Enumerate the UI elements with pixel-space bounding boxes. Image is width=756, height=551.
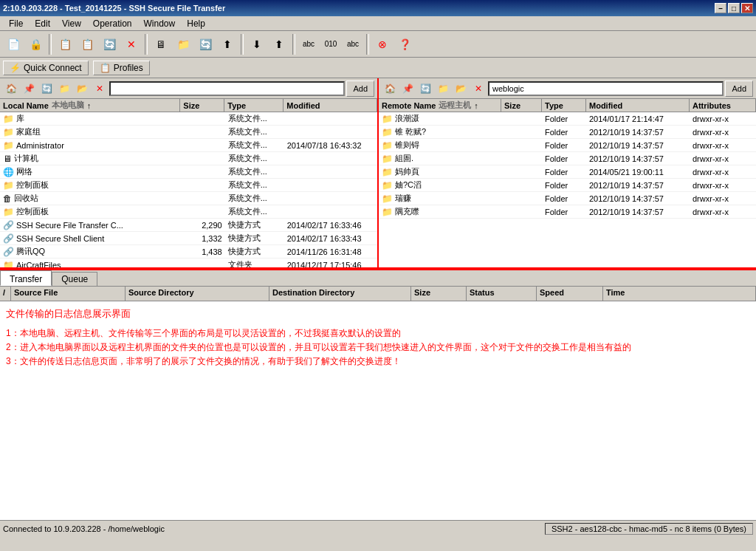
local-col-name[interactable]: Local Name 本地电脑 ↑ bbox=[0, 99, 180, 112]
tb-question[interactable]: ❓ bbox=[394, 34, 415, 55]
local-file-row[interactable]: 📁 库 系统文件... bbox=[0, 112, 377, 126]
remote-col-type[interactable]: Type bbox=[542, 99, 586, 112]
local-refresh-btn[interactable]: 🔄 bbox=[38, 81, 55, 97]
remote-file-row[interactable]: 📁 妯?C滔 Folder 2012/10/19 14:37:57 drwxr-… bbox=[379, 179, 756, 192]
profiles-button[interactable]: 📋 Profiles bbox=[93, 61, 150, 75]
file-name: 腾讯QQ bbox=[16, 246, 45, 257]
transfer-col-source-file[interactable]: Source File bbox=[11, 287, 126, 301]
remote-delete-btn[interactable]: ✕ bbox=[470, 81, 487, 97]
local-file-row[interactable]: 🖥 计算机 系统文件... bbox=[0, 152, 377, 165]
local-file-row[interactable]: 📁 家庭组 系统文件... bbox=[0, 126, 377, 139]
menu-operation[interactable]: Operation bbox=[87, 17, 138, 30]
file-icon: 🔗 bbox=[3, 220, 14, 230]
file-name: 妯?C滔 bbox=[395, 179, 422, 191]
local-home-btn[interactable]: 🏠 bbox=[3, 81, 19, 97]
tb-up[interactable]: ⬆ bbox=[217, 34, 238, 55]
file-type: 系统文件... bbox=[225, 179, 284, 191]
local-file-row[interactable]: 📁 控制面板 系统文件... bbox=[0, 179, 377, 192]
transfer-col-speed[interactable]: Speed bbox=[537, 287, 603, 301]
tb-folder[interactable]: 📁 bbox=[173, 34, 193, 55]
tb-abc3[interactable]: abc bbox=[343, 34, 363, 55]
local-col-type[interactable]: Type bbox=[224, 99, 284, 112]
file-name: Administrator bbox=[16, 141, 64, 150]
remote-file-row[interactable]: 📁 瑞赚 Folder 2012/10/19 14:37:57 drwxr-xr… bbox=[379, 192, 756, 205]
local-bookmark-btn[interactable]: 📌 bbox=[21, 81, 37, 97]
local-file-row[interactable]: 📁 Administrator 系统文件... 2014/07/18 16:43… bbox=[0, 139, 377, 152]
tb-new[interactable]: 📄 bbox=[3, 34, 24, 55]
local-add-button[interactable]: Add bbox=[346, 81, 374, 97]
menu-edit[interactable]: Edit bbox=[29, 17, 56, 30]
file-name: 锥 乾赋? bbox=[395, 126, 426, 137]
transfer-col-source-dir[interactable]: Source Directory bbox=[126, 287, 269, 301]
file-type: 文件夹 bbox=[225, 259, 284, 267]
file-icon: 📁 bbox=[3, 260, 14, 268]
tb-cancel[interactable]: ✕ bbox=[121, 34, 142, 55]
transfer-col-dest-dir[interactable]: Destination Directory bbox=[269, 287, 411, 301]
local-col-size[interactable]: Size bbox=[180, 99, 224, 112]
tb-sync[interactable]: 🔄 bbox=[195, 34, 216, 55]
menu-bar: File Edit View Operation Window Help bbox=[0, 16, 756, 31]
local-file-row[interactable]: 🔗 SSH Secure Shell Client 1,332 快捷方式 201… bbox=[0, 232, 377, 245]
remote-new-folder-btn[interactable]: 📂 bbox=[453, 81, 469, 97]
tb-copy1[interactable]: 📋 bbox=[55, 34, 75, 55]
remote-bookmark-btn[interactable]: 📌 bbox=[399, 81, 416, 97]
profiles-icon: 📋 bbox=[100, 63, 111, 73]
close-button[interactable]: ✕ bbox=[741, 3, 753, 13]
file-icon: 📁 bbox=[382, 167, 393, 177]
local-address-input[interactable] bbox=[109, 81, 345, 96]
remote-add-button[interactable]: Add bbox=[725, 81, 753, 97]
local-new-folder-btn[interactable]: 📂 bbox=[74, 81, 90, 97]
remote-col-attr[interactable]: Attributes bbox=[690, 99, 756, 112]
queue-tab[interactable]: Queue bbox=[52, 272, 97, 286]
local-folder-up-btn[interactable]: 📁 bbox=[56, 81, 72, 97]
remote-col-modified[interactable]: Modified bbox=[586, 99, 690, 112]
tb-abc2[interactable]: 010 bbox=[320, 34, 341, 55]
menu-view[interactable]: View bbox=[56, 17, 87, 30]
tb-down2[interactable]: ⬇ bbox=[247, 34, 267, 55]
remote-file-row[interactable]: 📁 組圄. Folder 2012/10/19 14:37:57 drwxr-x… bbox=[379, 152, 756, 165]
remote-home-btn[interactable]: 🏠 bbox=[382, 81, 398, 97]
menu-window[interactable]: Window bbox=[138, 17, 182, 30]
menu-file[interactable]: File bbox=[3, 17, 29, 30]
transfer-tab[interactable]: Transfer bbox=[0, 270, 52, 286]
remote-file-row[interactable]: 📁 浪潮滠 Folder 2014/01/17 21:14:47 drwxr-x… bbox=[379, 112, 756, 126]
tb-lock[interactable]: 🔒 bbox=[25, 34, 46, 55]
minimize-button[interactable]: – bbox=[715, 3, 726, 13]
maximize-button[interactable]: □ bbox=[728, 3, 740, 13]
remote-col-size[interactable]: Size bbox=[501, 99, 542, 112]
file-modified: 2012/10/19 14:37:57 bbox=[586, 208, 690, 216]
local-col-modified[interactable]: Modified bbox=[284, 99, 377, 112]
remote-file-row[interactable]: 📁 隅充噤 Folder 2012/10/19 14:37:57 drwxr-x… bbox=[379, 205, 756, 219]
transfer-col-status[interactable]: Status bbox=[467, 287, 537, 301]
remote-col-name[interactable]: Remote Name 远程主机 ↑ bbox=[379, 99, 501, 112]
remote-file-row[interactable]: 📁 妈帅頁 Folder 2014/05/21 19:00:11 drwxr-x… bbox=[379, 165, 756, 179]
local-file-row[interactable]: 📁 AirCraftFiles 文件夹 2014/12/17 17:15:46 bbox=[0, 259, 377, 267]
tb-copy2[interactable]: 📋 bbox=[77, 34, 97, 55]
local-file-row[interactable]: 📁 控制面板 系统文件... bbox=[0, 205, 377, 219]
tb-stop[interactable]: ⊗ bbox=[372, 34, 393, 55]
remote-refresh-btn[interactable]: 🔄 bbox=[417, 81, 433, 97]
remote-file-row[interactable]: 📁 锥 乾赋? Folder 2012/10/19 14:37:57 drwxr… bbox=[379, 126, 756, 139]
file-attr: drwxr-xr-x bbox=[690, 168, 756, 177]
local-file-row[interactable]: 🌐 网络 系统文件... bbox=[0, 165, 377, 179]
tb-refresh[interactable]: 🔄 bbox=[99, 34, 120, 55]
menu-help[interactable]: Help bbox=[181, 17, 211, 30]
file-type: 系统文件... bbox=[225, 113, 284, 124]
remote-file-row[interactable]: 📁 锥则锝 Folder 2012/10/19 14:37:57 drwxr-x… bbox=[379, 139, 756, 152]
remote-address-input[interactable] bbox=[488, 81, 724, 96]
transfer-col-size[interactable]: Size bbox=[411, 287, 467, 301]
quick-connect-button[interactable]: ⚡ Quick Connect bbox=[3, 61, 89, 75]
file-modified: 2012/10/19 14:37:57 bbox=[586, 181, 690, 190]
local-file-row[interactable]: 🔗 SSH Secure File Transfer C... 2,290 快捷… bbox=[0, 219, 377, 232]
tb-abc1[interactable]: abc bbox=[298, 34, 319, 55]
transfer-col-arrow[interactable]: / bbox=[0, 287, 11, 301]
transfer-col-time[interactable]: Time bbox=[603, 287, 756, 301]
local-delete-btn[interactable]: ✕ bbox=[92, 81, 108, 97]
local-file-row[interactable]: 🔗 腾讯QQ 1,438 快捷方式 2014/11/26 16:31:48 bbox=[0, 245, 377, 259]
tb-up2[interactable]: ⬆ bbox=[269, 34, 289, 55]
file-name: 库 bbox=[16, 113, 24, 124]
remote-folder-up-btn[interactable]: 📁 bbox=[435, 81, 451, 97]
tb-computer[interactable]: 🖥 bbox=[151, 34, 171, 55]
tb-sep3 bbox=[241, 34, 244, 55]
local-file-row[interactable]: 🗑 回收站 系统文件... bbox=[0, 192, 377, 205]
